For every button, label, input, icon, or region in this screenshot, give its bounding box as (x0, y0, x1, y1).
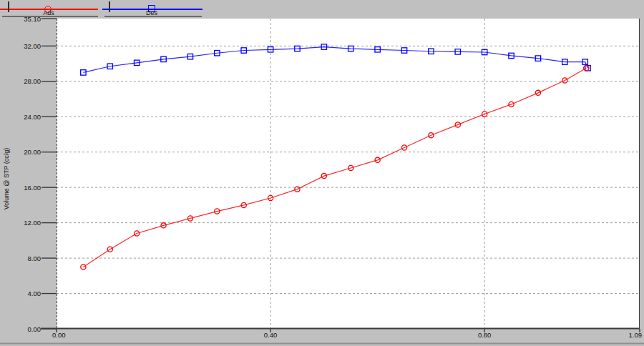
y-axis-tick-label: 4.00 (11, 290, 41, 297)
y-axis-tick-label: 24.00 (11, 113, 41, 121)
x-axis-tick-label: 0.40 (264, 331, 278, 339)
y-axis-tick-label: 16.00 (11, 184, 41, 192)
x-axis-tick-label: 1.09 (629, 331, 643, 339)
x-axis-tick-label: 0.80 (478, 331, 492, 339)
legend-divider-icon (109, 1, 110, 12)
y-axis-tick-label: 32.00 (11, 42, 41, 50)
y-axis-tick-label: 28.00 (11, 77, 41, 85)
chart-legend: Ads Des (0, 0, 644, 19)
chart-canvas[interactable] (0, 0, 644, 346)
y-axis-title: Volume @ STP (cc/g) (3, 148, 10, 210)
isotherm-chart-window: Ads Des Volume @ STP (cc/g) 0.004.008.00… (0, 0, 644, 346)
y-axis-tick-label: 8.00 (11, 254, 41, 262)
y-axis-tick-label: 20.00 (11, 148, 41, 156)
legend-item-des[interactable]: Des (0, 0, 644, 19)
y-axis-tick-label: 0.00 (11, 325, 41, 333)
plot-background (57, 19, 640, 329)
y-axis-tick-label: 35.10 (11, 15, 41, 23)
legend-underline (104, 16, 202, 17)
x-axis-tick-label: 0.00 (52, 331, 66, 339)
y-axis-tick-label: 12.00 (11, 219, 41, 227)
